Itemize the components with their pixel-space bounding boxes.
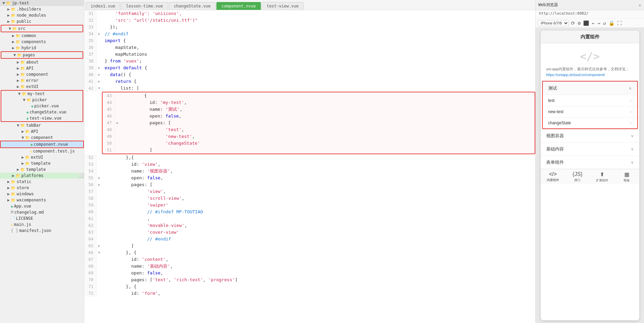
expand-arrow: ▶ (16, 167, 20, 172)
bottom-tab-extend[interactable]: ⬆ 扩展组件 (590, 169, 615, 184)
project-icon: 📁 (6, 1, 11, 5)
sidebar-item-tabBar-component[interactable]: ▼ 📁 component (0, 134, 84, 141)
code-line-70: 70 pages: ['text', 'rich-text', 'progres… (84, 276, 535, 283)
sidebar-item-tabBar[interactable]: ▼ 📁 tabBar (0, 122, 84, 128)
folder-icon: 📁 (11, 192, 16, 196)
sidebar-item-static[interactable]: ▶ 📁 static (0, 179, 84, 185)
expand-arrow: ▶ (6, 185, 11, 190)
sidebar-item-label: my-test (28, 91, 45, 96)
section-item-new-test[interactable]: new-test › (543, 106, 637, 117)
folder-icon: 📁 (25, 155, 30, 160)
tab-index1-vue[interactable]: index1.vue (86, 2, 120, 10)
screenshot-icon[interactable]: ⬛ (583, 20, 590, 26)
code-editor[interactable]: 31 'fontFamily': 'uniicons', 32 'src': "… (84, 10, 535, 323)
sidebar-item-store[interactable]: ▶ 📁 store (0, 185, 84, 191)
sidebar-item-LICENSE[interactable]: 📄 LICENSE (0, 215, 84, 221)
section-header-form[interactable]: 表单组件 ∨ (541, 156, 639, 169)
sidebar-item-my-test[interactable]: ▼ 📁 my-test (1, 91, 83, 97)
section-header-test[interactable]: 测试 ∧ (543, 82, 637, 95)
browser-close-button[interactable]: ✕ (639, 2, 641, 8)
vue-file-icon: ◉ (26, 116, 29, 120)
tab-changeState-vue[interactable]: changeState.vue (169, 2, 216, 10)
back-icon[interactable]: ← (591, 20, 595, 26)
expand-arrow: ▶ (16, 72, 20, 77)
sidebar-item-public[interactable]: ▶ 📁 public (0, 18, 84, 24)
section-item-changeState[interactable]: changeState › (543, 117, 637, 128)
folder-icon: 📁 (25, 136, 30, 140)
code-line-53: 53 id: 'view', (84, 161, 535, 168)
tab-lesson-time-vue[interactable]: lesson-time.vue (121, 2, 168, 10)
sidebar-item-component-nvue[interactable]: ◉ component.nvue (0, 141, 84, 148)
sidebar-item-hbuilderx[interactable]: ▶ 📁 .hbuilderx (0, 6, 84, 12)
sidebar-item-tabBar-extUI[interactable]: ▶ 📁 extUI (0, 154, 84, 160)
sidebar-item-node_modules[interactable]: ▶ 📁 node_modules (0, 12, 84, 18)
bottom-tab-api[interactable]: {JS} 接口 (565, 169, 590, 184)
sidebar-item-template[interactable]: ▶ 📁 template (0, 166, 84, 173)
code-line-39: 39 ▶ export default { (84, 65, 535, 71)
expand-arrow: ▶ (6, 19, 11, 24)
refresh-icon[interactable]: ↺ (602, 20, 606, 26)
component-link[interactable]: https://uniapp.dcloud.io/component/ (546, 73, 605, 77)
sidebar-item-about[interactable]: ▶ 📁 about (0, 59, 84, 65)
code-highlight-box-1: 43 { 44 id: 'my-test', 45 name: '测试', 46 (102, 92, 535, 154)
sidebar-item-components[interactable]: ▶ 📁 components (0, 39, 84, 45)
code-line-66: 66 ▼ }, { (84, 249, 535, 256)
sidebar-item-changeState[interactable]: ◉ changeState.vue (1, 109, 83, 115)
sidebar-item-wxcomponents[interactable]: ▶ 📁 wxcomponents (0, 197, 84, 203)
sidebar-item-changelog[interactable]: M changelog.md (0, 209, 84, 215)
sidebar-item-platforms[interactable]: ▶ 📁 platforms ⬜ (0, 173, 84, 179)
section-header-view[interactable]: 视图容器 ∨ (541, 129, 639, 142)
lock-icon[interactable]: 🔒 (608, 20, 615, 26)
sidebar-item-error[interactable]: ▶ 📁 error (0, 77, 84, 84)
code-line-63: 63 'cover-view' (84, 229, 535, 236)
sidebar-item-label: about (26, 60, 38, 65)
sidebar-item-manifest[interactable]: { } manifest.json (0, 228, 84, 234)
test-section-wrapper: 测试 ∧ test › new-test › changeState › (542, 81, 638, 129)
expand-arrow: ▼ (22, 97, 26, 102)
sidebar-item-src[interactable]: ▼ 📁 src (1, 25, 83, 32)
code-line-31: 31 'fontFamily': 'uniicons', (84, 10, 535, 17)
sidebar-item-component-test-js[interactable]: ◈ component.test.js (0, 148, 84, 154)
sidebar-item-component[interactable]: ▶ 📁 component (0, 71, 84, 77)
sidebar-item-App-vue[interactable]: ◉ App.vue (0, 203, 84, 209)
section-header-content[interactable]: 基础内容 ∨ (541, 142, 639, 156)
phone-bottom-tabs: </> 内置组件 {JS} 接口 ⬆ 扩展组件 ▦ 模板 (541, 169, 639, 184)
device-selector[interactable]: iPhone 6/7/8 (538, 20, 569, 26)
file-icon: 📄 (11, 217, 15, 220)
bottom-tab-builtin[interactable]: </> 内置组件 (541, 169, 566, 184)
rotate-icon[interactable]: ⟳ (570, 20, 576, 26)
sidebar-item-extUI[interactable]: ▶ 📁 extUI (0, 84, 84, 90)
sidebar-item-picker[interactable]: ▼ 📁 picker (1, 97, 83, 103)
browser-url-bar: http://localhost:8082/ (536, 10, 644, 18)
sidebar-item-pages[interactable]: ▼ 📁 pages (1, 52, 83, 58)
settings-icon[interactable]: ⚙ (577, 20, 581, 26)
sidebar-item-tabBar-template[interactable]: ▶ 📁 template (0, 160, 84, 166)
sidebar-item-API[interactable]: ▶ 📁 API (0, 65, 84, 71)
sidebar-item-picker-vue[interactable]: ◉ picker.vue (1, 103, 83, 109)
forward-icon[interactable]: → (597, 20, 601, 26)
sidebar-item-label: windows (17, 192, 34, 196)
js-file-icon: ◈ (11, 223, 13, 227)
nvue-file-icon: ◉ (31, 143, 33, 146)
sidebar-item-main-js[interactable]: ◈ main.js (0, 221, 84, 228)
sidebar-item-hybrid[interactable]: ▶ 📁 hybrid (0, 45, 84, 51)
code-line-46: 46 open: false, (103, 113, 535, 120)
sidebar-item-windows[interactable]: ▶ 📁 windows (0, 191, 84, 197)
api-tab-icon: {JS} (573, 171, 583, 177)
expand-icon[interactable]: ⛶ (616, 20, 623, 26)
section-item-test[interactable]: test › (543, 95, 637, 106)
sidebar-item-label: wxcomponents (17, 198, 46, 202)
section-collapse-icon-content: ∨ (631, 147, 634, 151)
sidebar-item-label: component.test.js (33, 149, 75, 154)
section-item-label-test: test (548, 98, 555, 103)
sidebar-item-tabBar-API[interactable]: ▶ 📁 API (0, 128, 84, 134)
src-folder-group: ▼ 📁 src (1, 25, 83, 32)
sidebar-item-common[interactable]: ▶ 📁 common (0, 33, 84, 39)
bottom-tab-template[interactable]: ▦ 模板 (614, 169, 639, 184)
code-line-62: 62 'movable-view', (84, 222, 535, 229)
code-line-38: 38 } from 'vuex'; (84, 58, 535, 65)
tab-test-view-vue[interactable]: test-view.vue (262, 2, 304, 10)
sidebar-item-jp-test[interactable]: ▼ 📁 jp-test (0, 0, 84, 6)
sidebar-item-test-view[interactable]: ◉ test-view.vue (1, 115, 83, 121)
tab-component-nvue[interactable]: component.nvue (216, 2, 261, 10)
